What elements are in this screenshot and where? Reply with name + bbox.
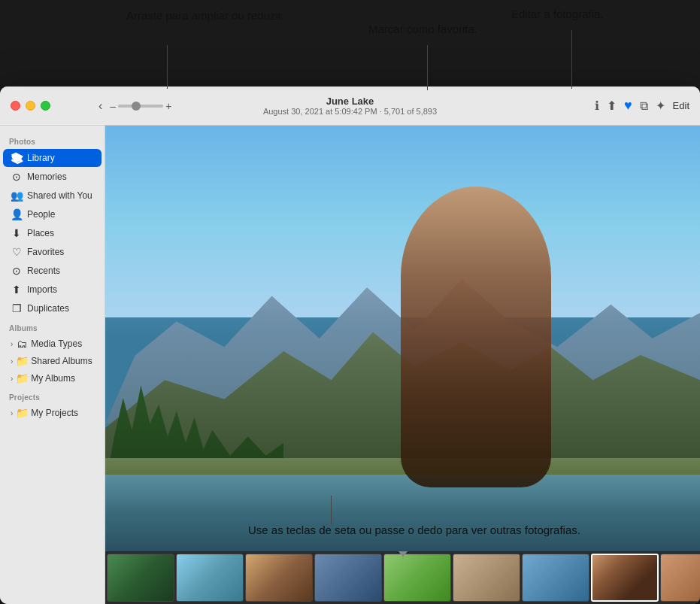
zoom-slider[interactable] [118,105,163,108]
sidebar-item-memories[interactable]: ⊙ Memories [3,168,102,186]
expand-icon: › [11,357,13,366]
imports-icon: ⬆ [11,284,23,296]
annotation-drag-zoom: Arraste para ampliar ou reduzir. [126,8,284,24]
sidebar-item-media-types[interactable]: › 🗂 Media Types [3,335,102,352]
thumbnail[interactable] [383,554,451,602]
my-albums-icon: 📁 [16,372,28,384]
media-types-icon: 🗂 [16,338,28,350]
expand-icon: › [11,340,13,348]
sidebar-item-label: Favorites [27,247,64,257]
sidebar-item-label: Memories [27,171,67,182]
nav-controls: ‹ – + [95,98,171,114]
zoom-slider-thumb[interactable] [132,102,141,111]
sidebar-item-people[interactable]: 👤 People [3,205,102,223]
zoom-control: – + [110,100,171,112]
zoom-in-icon[interactable]: + [165,100,171,112]
content-area: Photos 📚 Library ⊙ Memories 👥 Shared wit… [0,126,700,604]
zoom-out-icon[interactable]: – [110,100,116,112]
enhance-icon[interactable]: ✦ [656,99,665,113]
scroll-indicator [398,551,408,557]
expand-icon: › [11,375,13,383]
sidebar-item-label: Shared Albums [31,356,92,366]
sidebar-item-favorites[interactable]: ♡ Favorites [3,243,102,261]
photos-section-label: Photos [0,132,105,148]
sidebar-item-label: My Albums [31,373,75,384]
duplicates-icon: ❐ [11,302,23,314]
back-button[interactable]: ‹ [95,98,105,114]
sidebar-item-places[interactable]: ⬇ Places [3,224,102,242]
annotation-favorite: Marcar como favorita. [368,21,477,38]
titlebar-info: June Lake August 30, 2021 at 5:09:42 PM … [263,96,437,116]
thumbnail[interactable] [176,554,244,602]
sidebar: Photos 📚 Library ⊙ Memories 👥 Shared wit… [0,126,105,604]
photo-area [105,126,700,604]
sidebar-item-label: Duplicates [27,303,69,314]
favorite-icon[interactable]: ♥ [624,98,632,114]
sidebar-item-label: Places [27,228,54,238]
thumbnail[interactable] [107,554,174,602]
people-icon: 👤 [11,208,23,220]
sidebar-item-library[interactable]: 📚 Library [3,149,102,167]
person-silhouette [401,187,551,487]
annotation-line-edit [571,30,572,89]
sidebar-item-label: Shared with You [27,190,92,201]
photo-scene [105,126,700,551]
sidebar-item-my-albums[interactable]: › 📁 My Albums [3,370,102,387]
favorites-icon: ♡ [11,246,23,258]
fullscreen-button[interactable] [41,101,50,111]
library-icon: 📚 [11,152,23,164]
close-button[interactable] [11,101,20,111]
sidebar-item-imports[interactable]: ⬆ Imports [3,281,102,299]
recents-icon: ⊙ [11,265,23,277]
water-element [105,475,700,551]
sidebar-item-label: Recents [27,266,60,276]
sidebar-item-label: Imports [27,284,57,295]
places-icon: ⬇ [11,227,23,239]
main-photo[interactable] [105,126,700,551]
sidebar-item-shared-with-you[interactable]: 👥 Shared with You [3,187,102,205]
titlebar-actions: ℹ ⬆ ♥ ⧉ ✦ Edit [595,98,689,114]
my-projects-icon: 📁 [16,407,28,419]
shared-icon: 👥 [11,190,23,202]
thumbnail-selected[interactable] [591,554,659,602]
titlebar: ‹ – + June Lake August 30, 2021 at 5:09:… [0,87,700,126]
thumbnail[interactable] [453,554,520,602]
duplicate-icon[interactable]: ⧉ [640,99,648,113]
photo-title: June Lake [263,96,437,107]
traffic-lights [11,101,50,111]
annotation-line-drag-zoom [167,45,168,89]
app-window: ‹ – + June Lake August 30, 2021 at 5:09:… [0,87,700,604]
thumbnail[interactable] [660,554,700,602]
annotation-edit: Editar a fotografia. [511,6,604,23]
memories-icon: ⊙ [11,171,23,183]
thumbnail[interactable] [245,554,313,602]
sidebar-item-label: Media Types [31,338,82,349]
projects-section-label: Projects [0,387,105,404]
annotation-line-favorite [427,45,428,90]
sidebar-item-label: My Projects [31,408,78,418]
sidebar-item-label: Library [27,153,55,163]
sidebar-item-label: People [27,209,55,220]
thumbnail[interactable] [314,554,382,602]
sidebar-item-recents[interactable]: ⊙ Recents [3,262,102,280]
sidebar-item-shared-albums[interactable]: › 📁 Shared Albums [3,353,102,369]
minimize-button[interactable] [26,101,35,111]
share-icon[interactable]: ⬆ [607,99,617,113]
photo-subtitle: August 30, 2021 at 5:09:42 PM · 5,701 of… [263,107,437,116]
sidebar-item-my-projects[interactable]: › 📁 My Projects [3,405,102,421]
expand-icon: › [11,409,13,417]
albums-section-label: Albums [0,318,105,335]
filmstrip[interactable] [105,551,700,604]
edit-button[interactable]: Edit [673,100,689,111]
info-icon[interactable]: ℹ [595,99,599,113]
sidebar-item-duplicates[interactable]: ❐ Duplicates [3,299,102,317]
thumbnail[interactable] [522,554,589,602]
shared-albums-icon: 📁 [16,355,28,367]
